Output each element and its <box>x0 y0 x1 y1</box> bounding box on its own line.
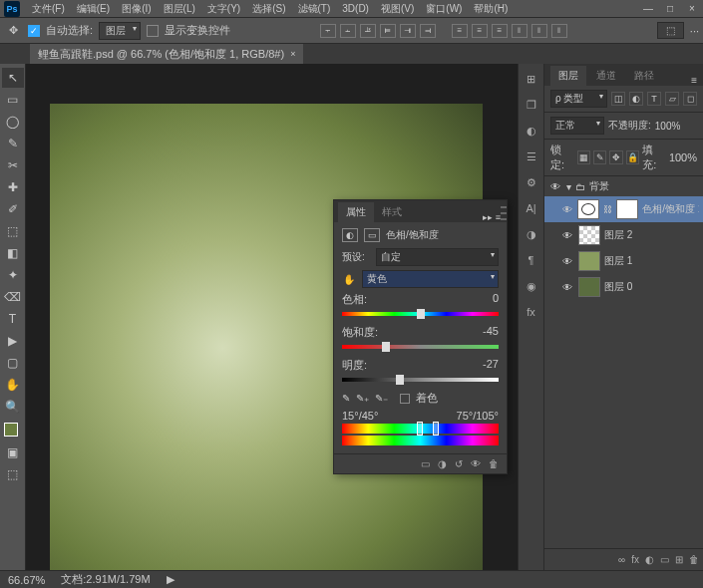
tab-layers[interactable]: 图层 <box>550 66 586 86</box>
swatches-panel-icon[interactable]: ◐ <box>523 122 540 140</box>
fx-panel-icon[interactable]: fx <box>523 303 540 321</box>
layer-row[interactable]: 👁 ⛓ 色相/饱和度 1 <box>544 196 703 222</box>
adjustment-thumbnail[interactable] <box>577 199 599 219</box>
lock-transparency-icon[interactable]: ▦ <box>577 150 590 164</box>
layer-name[interactable]: 图层 2 <box>604 228 632 242</box>
auto-select-dropdown[interactable]: 图层 <box>99 22 141 40</box>
eyedropper-minus-icon[interactable]: ✎₋ <box>375 393 388 404</box>
visibility-toggle[interactable]: 👁 <box>560 202 573 216</box>
menu-window[interactable]: 窗口(W) <box>420 0 468 18</box>
visibility-toggle[interactable]: 👁 <box>548 179 562 193</box>
layer-name[interactable]: 图层 1 <box>604 254 632 268</box>
colorize-checkbox[interactable] <box>400 394 410 404</box>
auto-select-checkbox[interactable]: ✓ <box>28 25 40 37</box>
filter-smart-icon[interactable]: ◻ <box>683 92 697 106</box>
eyedropper-plus-icon[interactable]: ✎₊ <box>356 393 369 404</box>
preset-dropdown[interactable]: 自定 <box>376 248 499 266</box>
hand-tool[interactable]: ✋ <box>2 375 24 395</box>
screenmode-tool[interactable]: ⬚ <box>2 464 24 484</box>
menu-edit[interactable]: 编辑(E) <box>71 0 116 18</box>
options-more-icon[interactable]: ··· <box>690 25 699 37</box>
type-tool[interactable]: T <box>2 309 24 329</box>
channel-dropdown[interactable]: 黄色 <box>362 270 499 288</box>
opacity-value[interactable]: 100% <box>655 121 681 132</box>
new-layer-icon[interactable]: ⊞ <box>675 554 683 565</box>
reset-icon[interactable]: ↺ <box>455 458 463 469</box>
layer-thumbnail[interactable] <box>578 225 600 245</box>
adjustments-panel-icon[interactable]: ☰ <box>523 147 540 165</box>
distribute-vcenter-icon[interactable]: ≡ <box>472 24 488 38</box>
expand-panels-icon[interactable]: ⊞ <box>523 70 540 88</box>
trash-icon[interactable]: 🗑 <box>689 554 699 565</box>
layer-row[interactable]: 👁 图层 0 <box>544 274 703 300</box>
color-range-spectrum-bottom[interactable] <box>342 436 499 445</box>
window-maximize-button[interactable]: □ <box>659 1 681 17</box>
filter-shape-icon[interactable]: ▱ <box>665 92 679 106</box>
menu-select[interactable]: 选择(S) <box>246 0 291 18</box>
status-menu-arrow-icon[interactable]: ▶ <box>167 573 175 586</box>
character-panel-icon[interactable]: A| <box>523 199 540 217</box>
wand-tool[interactable]: ✎ <box>2 134 24 153</box>
menu-view[interactable]: 视图(V) <box>375 0 420 18</box>
tab-channels[interactable]: 通道 <box>588 66 624 86</box>
visibility-toggle[interactable]: 👁 <box>560 280 574 294</box>
lock-position-icon[interactable]: ✥ <box>609 150 622 164</box>
distribute-left-icon[interactable]: ⦀ <box>512 24 527 38</box>
eraser-tool[interactable]: ⌫ <box>2 287 24 307</box>
filter-pixel-icon[interactable]: ◫ <box>611 92 625 106</box>
lightness-slider[interactable] <box>342 375 499 385</box>
menu-type[interactable]: 文字(Y) <box>201 0 246 18</box>
lightness-value[interactable]: -27 <box>483 358 499 373</box>
tab-paths[interactable]: 路径 <box>626 66 662 86</box>
properties-panel[interactable]: 属性 样式 ▸▸ ≡ ◐ ▭ 色相/饱和度 预设: 自定 ✋ 黄色 色相:0 饱… <box>333 199 508 474</box>
mask-thumbnail[interactable] <box>616 199 638 219</box>
layer-name[interactable]: 色相/饱和度 1 <box>642 202 699 216</box>
quickmask-tool[interactable]: ▣ <box>2 442 24 462</box>
shape-tool[interactable]: ▢ <box>2 353 24 373</box>
filter-type-icon[interactable]: T <box>647 92 661 106</box>
panel-menu-icon[interactable]: ≡ <box>685 75 703 86</box>
styles-panel-icon[interactable]: ⚙ <box>523 173 540 191</box>
window-minimize-button[interactable]: — <box>637 1 659 17</box>
layer-thumbnail[interactable] <box>578 251 600 271</box>
previous-icon[interactable]: ◑ <box>438 458 447 469</box>
saturation-value[interactable]: -45 <box>483 325 499 340</box>
menu-help[interactable]: 帮助(H) <box>468 0 514 18</box>
panel-resize-handle[interactable] <box>499 200 509 473</box>
hue-slider[interactable] <box>342 309 499 319</box>
fill-value[interactable]: 100% <box>669 151 697 163</box>
align-top-icon[interactable]: ⫟ <box>320 24 336 38</box>
lock-all-icon[interactable]: 🔒 <box>626 150 639 164</box>
align-left-icon[interactable]: ⫢ <box>380 24 396 38</box>
foreground-color-swatch[interactable] <box>4 423 18 437</box>
layer-kind-filter[interactable]: ρ 类型 <box>550 90 607 108</box>
menu-layer[interactable]: 图层(L) <box>158 0 201 18</box>
color-range-spectrum-top[interactable] <box>342 424 499 434</box>
distribute-top-icon[interactable]: ≡ <box>452 24 468 38</box>
fx-icon[interactable]: fx <box>631 554 639 565</box>
group-name[interactable]: 背景 <box>589 179 609 193</box>
new-adjustment-icon[interactable]: ▭ <box>660 554 669 565</box>
link-layers-icon[interactable]: ∞ <box>618 554 625 565</box>
blend-mode-dropdown[interactable]: 正常 <box>550 117 604 135</box>
zoom-tool[interactable]: 🔍 <box>2 397 24 417</box>
toggle-visibility-icon[interactable]: 👁 <box>471 458 481 469</box>
eyedropper-tool[interactable]: ✚ <box>2 177 24 197</box>
marquee-tool[interactable]: ▭ <box>2 90 24 110</box>
menu-image[interactable]: 图像(I) <box>116 0 157 18</box>
color-swatch[interactable] <box>4 423 22 441</box>
tab-properties[interactable]: 属性 <box>338 202 374 222</box>
chevron-down-icon[interactable]: ▾ <box>566 181 571 192</box>
lasso-tool[interactable]: ◯ <box>2 112 24 132</box>
visibility-toggle[interactable]: 👁 <box>560 228 574 242</box>
glyphs-panel-icon[interactable]: ¶ <box>523 251 540 269</box>
layer-row[interactable]: 👁 图层 2 <box>544 222 703 248</box>
stamp-tool[interactable]: ⬚ <box>2 221 24 241</box>
properties-panel-icon[interactable]: ◉ <box>523 277 540 295</box>
mask-icon[interactable]: ◐ <box>645 554 654 565</box>
align-bottom-icon[interactable]: ⫡ <box>360 24 376 38</box>
align-vcenter-icon[interactable]: ⫠ <box>340 24 356 38</box>
align-right-icon[interactable]: ⫤ <box>420 24 436 38</box>
lock-pixels-icon[interactable]: ✎ <box>593 150 606 164</box>
visibility-toggle[interactable]: 👁 <box>560 254 574 268</box>
